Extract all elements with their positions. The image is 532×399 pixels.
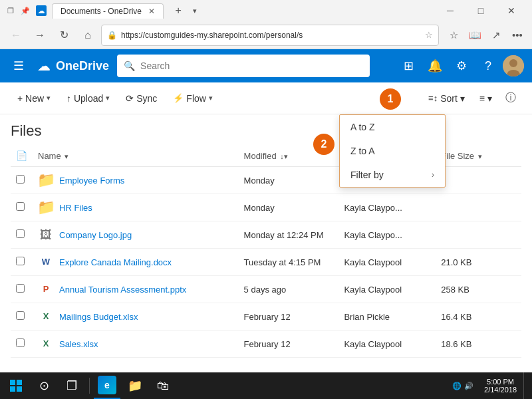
row-modified-cell: Monday — [239, 167, 339, 194]
filter-by[interactable]: Filter by › — [340, 163, 445, 187]
browser-bar: ← → ↻ ⌂ 🔒 https://customguides-my.sharep… — [0, 21, 532, 49]
minimize-button[interactable]: ─ — [435, 0, 466, 21]
show-desktop-button[interactable] — [523, 372, 529, 399]
filter-by-arrow-icon: › — [432, 170, 434, 180]
edge-taskbar-button[interactable]: e — [94, 372, 120, 399]
sync-button[interactable]: ⟳ Sync — [119, 88, 164, 109]
row-checkbox-cell — [11, 276, 33, 303]
row-name-cell: X Mailings Budget.xlsx — [33, 303, 239, 331]
back-button[interactable]: ← — [5, 25, 27, 46]
notifications-icon[interactable]: 🔔 — [423, 54, 447, 78]
row-name-cell: W Explore Canada Mailing.docx — [33, 249, 239, 276]
lock-icon: 🔒 — [107, 31, 117, 40]
row-checkbox[interactable] — [16, 257, 25, 265]
table-row: W Explore Canada Mailing.docx Tuesday at… — [11, 249, 521, 276]
row-checkbox[interactable] — [16, 311, 25, 320]
toolbar: + New ▾ ↑ Upload ▾ ⟳ Sync ⚡ Flow ▾ ≡↕ So… — [0, 82, 532, 114]
new-button[interactable]: + New ▾ — [11, 88, 57, 109]
row-filesize-cell: 258 KB — [436, 276, 521, 303]
flow-icon: ⚡ — [173, 93, 184, 103]
row-checkbox[interactable] — [16, 229, 25, 238]
sort-a-to-z[interactable]: A to Z — [340, 115, 445, 139]
file-name-link[interactable]: Explore Canada Mailing.docx — [59, 257, 172, 267]
onedrive-title: OneDrive — [56, 59, 109, 73]
taskbar-time: 5:00 PM — [487, 378, 514, 386]
svg-rect-6 — [17, 386, 22, 392]
taskbar-right: 🌐 🔊 5:00 PM 2/14/2018 — [448, 372, 529, 399]
word-icon: W — [38, 254, 54, 270]
modified-sort-icon: ↓▾ — [280, 152, 288, 160]
search-taskbar-button[interactable]: ⊙ — [31, 372, 57, 399]
row-filesize-cell — [436, 194, 521, 221]
name-sort-icon: ▾ — [65, 152, 68, 160]
pin-icon: 📌 — [20, 5, 31, 16]
new-tab-button[interactable]: + — [169, 1, 188, 20]
row-checkbox[interactable] — [16, 338, 25, 347]
file-name-link[interactable]: Annual Tourism Assessment.pptx — [59, 285, 186, 295]
row-modified-cell: Tuesday at 4:15 PM — [239, 249, 339, 276]
tab-dropdown-button[interactable]: ▾ — [193, 7, 197, 15]
browser-tab[interactable]: Documents - OneDrive ✕ — [52, 3, 164, 19]
taskbar-network-icon: 🌐 — [452, 382, 462, 390]
share-icon[interactable]: ↗ — [487, 26, 505, 45]
flow-chevron-icon: ▾ — [209, 94, 213, 102]
row-filesize-cell: 18.6 KB — [436, 331, 521, 358]
task-view-button[interactable]: ❐ — [59, 372, 85, 399]
sort-label: Sort — [440, 93, 458, 104]
sync-label: ⟳ Sync — [126, 93, 157, 104]
row-checkbox[interactable] — [16, 202, 25, 211]
table-row: P Annual Tourism Assessment.pptx 5 days … — [11, 276, 521, 303]
taskbar-system-icons[interactable]: 🌐 🔊 — [448, 372, 477, 399]
folder-icon: 📁 — [38, 200, 54, 215]
close-button[interactable]: ✕ — [496, 0, 527, 21]
onedrive-logo: ☁ OneDrive — [37, 58, 109, 74]
hamburger-button[interactable]: ☰ — [8, 55, 29, 76]
table-row: X Mailings Budget.xlsx February 12 Brian… — [11, 303, 521, 331]
cloud-icon: ☁ — [37, 58, 51, 74]
svg-point-1 — [509, 59, 517, 67]
row-modified-cell: February 12 — [239, 331, 339, 358]
search-box[interactable]: 🔍 — [117, 55, 370, 77]
upload-button[interactable]: ↑ Upload ▾ — [60, 88, 116, 109]
header-name[interactable]: Name ▾ — [33, 145, 239, 167]
taskbar-clock[interactable]: 5:00 PM 2/14/2018 — [480, 372, 521, 399]
settings-icon[interactable]: ⚙ — [450, 54, 473, 78]
image-icon: 🖼 — [38, 227, 54, 243]
home-button[interactable]: ⌂ — [77, 25, 98, 46]
tab-close-button[interactable]: ✕ — [148, 7, 155, 16]
row-modified-cell: February 12 — [239, 303, 339, 331]
row-modifiedby-cell: Kayla Claypool — [338, 249, 436, 276]
more-icon[interactable]: ••• — [508, 26, 527, 45]
row-checkbox[interactable] — [16, 175, 25, 184]
start-button[interactable] — [3, 372, 29, 399]
sort-z-to-a[interactable]: Z to A — [340, 139, 445, 163]
avatar[interactable] — [503, 55, 524, 76]
file-name-link[interactable]: HR Files — [59, 203, 92, 213]
view-button[interactable]: ≡ ▾ — [474, 88, 497, 109]
info-button[interactable]: ⓘ — [500, 88, 521, 109]
favorite-icon[interactable]: ☆ — [425, 30, 433, 40]
search-input[interactable] — [140, 61, 363, 71]
header-filesize[interactable]: File Size ▾ — [436, 145, 521, 167]
address-bar[interactable]: 🔒 https://customguides-my.sharepoint.com… — [101, 25, 439, 46]
row-checkbox-cell — [11, 167, 33, 194]
store-taskbar-button[interactable]: 🛍 — [150, 372, 176, 399]
refresh-button[interactable]: ↻ — [53, 25, 74, 46]
flow-button[interactable]: ⚡ Flow ▾ — [166, 88, 219, 109]
file-name-link[interactable]: Mailings Budget.xlsx — [59, 312, 138, 322]
hub-icon[interactable]: ☆ — [444, 26, 463, 45]
row-checkbox[interactable] — [16, 284, 25, 293]
sort-button[interactable]: ≡↕ Sort ▾ — [422, 88, 471, 109]
forward-button[interactable]: → — [29, 25, 51, 46]
taskbar-separator — [89, 378, 90, 394]
explorer-taskbar-button[interactable]: 📁 — [122, 372, 148, 399]
apps-icon[interactable]: ⊞ — [396, 54, 420, 78]
file-name-link[interactable]: Employee Forms — [59, 176, 124, 186]
row-name-cell: 📁 Employee Forms — [33, 167, 239, 194]
help-icon[interactable]: ? — [476, 54, 500, 78]
read-mode-icon[interactable]: 📖 — [466, 26, 484, 45]
upload-label: ↑ Upload — [66, 93, 103, 104]
maximize-button[interactable]: □ — [466, 0, 496, 21]
file-name-link[interactable]: Sales.xlsx — [59, 339, 98, 349]
file-name-link[interactable]: Company Logo.jpg — [59, 230, 132, 240]
